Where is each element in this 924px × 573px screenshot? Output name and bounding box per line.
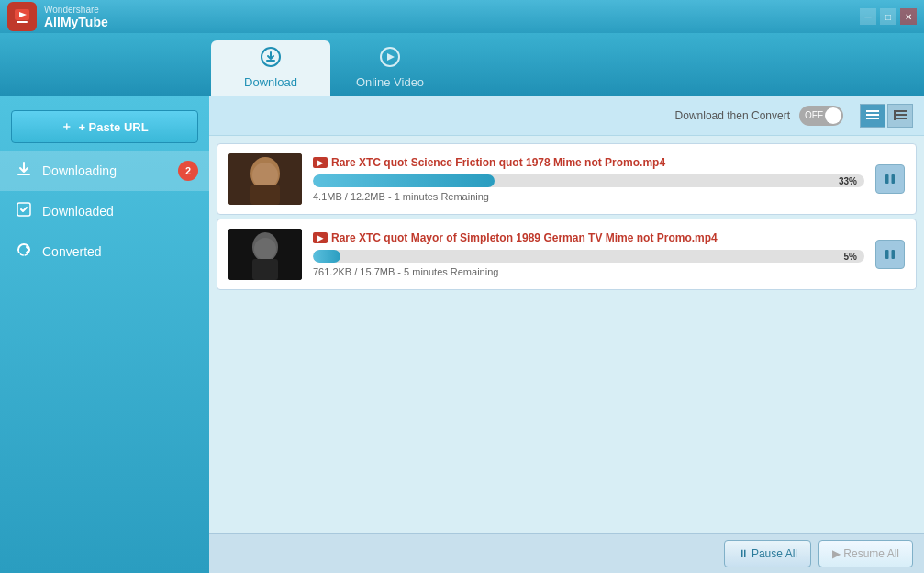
pause-all-label: ⏸ Pause All bbox=[738, 547, 797, 560]
download-status-1: 4.1MB / 12.2MB - 1 minutes Remaining bbox=[313, 191, 864, 202]
svg-rect-20 bbox=[228, 153, 302, 205]
download-convert-label: Download then Convert bbox=[675, 109, 790, 122]
progress-bar-2: 5% bbox=[313, 250, 864, 263]
svg-rect-29 bbox=[892, 250, 896, 259]
maximize-button[interactable]: □ bbox=[880, 8, 896, 25]
downloading-badge: 2 bbox=[178, 161, 198, 181]
downloaded-icon bbox=[15, 200, 33, 223]
toggle-knob bbox=[825, 107, 841, 124]
svg-rect-12 bbox=[894, 110, 907, 112]
sidebar-item-converted[interactable]: Converted bbox=[0, 231, 209, 272]
close-button[interactable]: ✕ bbox=[900, 8, 917, 25]
download-title-2: ▶ Rare XTC quot Mayor of Simpleton 1989 … bbox=[313, 231, 864, 244]
download-item: ▶ Rare XTC quot Mayor of Simpleton 1989 … bbox=[217, 219, 917, 290]
view-buttons bbox=[860, 104, 913, 128]
svg-rect-2 bbox=[17, 21, 28, 23]
progress-label-2: 5% bbox=[844, 252, 857, 262]
window-controls: ─ □ ✕ bbox=[860, 8, 917, 25]
thumbnail-1 bbox=[228, 153, 302, 205]
svg-rect-21 bbox=[885, 174, 889, 184]
main-container: ＋ + Paste URL Downloading 2 Downloaded bbox=[0, 96, 924, 573]
svg-rect-22 bbox=[892, 174, 896, 184]
list-view-button[interactable] bbox=[860, 104, 885, 128]
thumbnail-2 bbox=[228, 229, 302, 280]
svg-rect-14 bbox=[894, 118, 907, 119]
youtube-icon-1: ▶ bbox=[313, 157, 328, 168]
downloading-icon bbox=[15, 160, 33, 183]
download-tab-icon bbox=[261, 47, 281, 72]
progress-fill-1 bbox=[313, 174, 495, 187]
svg-rect-9 bbox=[866, 110, 879, 112]
download-info-2: ▶ Rare XTC quot Mayor of Simpleton 1989 … bbox=[313, 231, 864, 277]
app-name-text: Wondershare AllMyTube bbox=[44, 5, 108, 29]
progress-label-1: 33% bbox=[839, 176, 857, 186]
sidebar-downloading-label: Downloading bbox=[42, 163, 117, 178]
svg-rect-13 bbox=[894, 114, 907, 116]
converted-icon bbox=[15, 241, 33, 264]
svg-rect-11 bbox=[866, 118, 879, 119]
downloads-list: ▶ Rare XTC quot Science Friction quot 19… bbox=[209, 136, 924, 533]
paste-url-button[interactable]: ＋ + Paste URL bbox=[11, 110, 198, 143]
download-item: ▶ Rare XTC quot Science Friction quot 19… bbox=[217, 143, 917, 215]
paste-url-icon: ＋ bbox=[61, 118, 72, 135]
sidebar-item-downloading[interactable]: Downloading 2 bbox=[0, 151, 209, 191]
pause-button-2[interactable] bbox=[875, 240, 905, 269]
toggle-state-label: OFF bbox=[805, 110, 823, 120]
svg-rect-27 bbox=[228, 229, 302, 280]
progress-bar-1: 33% bbox=[313, 174, 864, 187]
sidebar-item-downloaded[interactable]: Downloaded bbox=[0, 191, 209, 231]
tab-online-video[interactable]: Online Video bbox=[330, 40, 450, 96]
tab-download[interactable]: Download bbox=[211, 40, 330, 96]
pause-all-button[interactable]: ⏸ Pause All bbox=[724, 540, 811, 567]
nav-tabs: Download Online Video bbox=[0, 33, 924, 96]
detail-view-button[interactable] bbox=[887, 104, 913, 128]
svg-rect-10 bbox=[866, 114, 879, 116]
content-area: Download then Convert OFF bbox=[209, 96, 924, 573]
sidebar-converted-label: Converted bbox=[42, 244, 102, 259]
youtube-icon-2: ▶ bbox=[313, 232, 328, 243]
download-title-1: ▶ Rare XTC quot Science Friction quot 19… bbox=[313, 156, 864, 169]
svg-rect-28 bbox=[885, 250, 889, 259]
sidebar: ＋ + Paste URL Downloading 2 Downloaded bbox=[0, 96, 209, 573]
download-convert-toggle[interactable]: OFF bbox=[799, 106, 843, 126]
download-tab-label: Download bbox=[244, 75, 297, 89]
app-logo bbox=[7, 2, 37, 31]
sidebar-downloaded-label: Downloaded bbox=[42, 204, 114, 219]
content-toolbar: Download then Convert OFF bbox=[209, 96, 924, 136]
resume-all-label: ▶ Resume All bbox=[832, 547, 899, 560]
bottom-bar: ⏸ Pause All ▶ Resume All bbox=[209, 533, 924, 573]
svg-marker-6 bbox=[387, 53, 395, 61]
online-video-tab-label: Online Video bbox=[356, 75, 424, 89]
progress-fill-2 bbox=[313, 250, 340, 263]
app-branding: Wondershare AllMyTube bbox=[7, 2, 108, 31]
pause-button-1[interactable] bbox=[875, 164, 905, 194]
download-info-1: ▶ Rare XTC quot Science Friction quot 19… bbox=[313, 156, 864, 202]
paste-url-label: + Paste URL bbox=[78, 120, 148, 134]
svg-rect-15 bbox=[894, 110, 896, 120]
minimize-button[interactable]: ─ bbox=[860, 8, 876, 25]
online-video-tab-icon bbox=[380, 47, 400, 72]
download-status-2: 761.2KB / 15.7MB - 5 minutes Remaining bbox=[313, 266, 864, 277]
title-bar: Wondershare AllMyTube ─ □ ✕ bbox=[0, 0, 924, 33]
resume-all-button[interactable]: ▶ Resume All bbox=[818, 540, 913, 567]
